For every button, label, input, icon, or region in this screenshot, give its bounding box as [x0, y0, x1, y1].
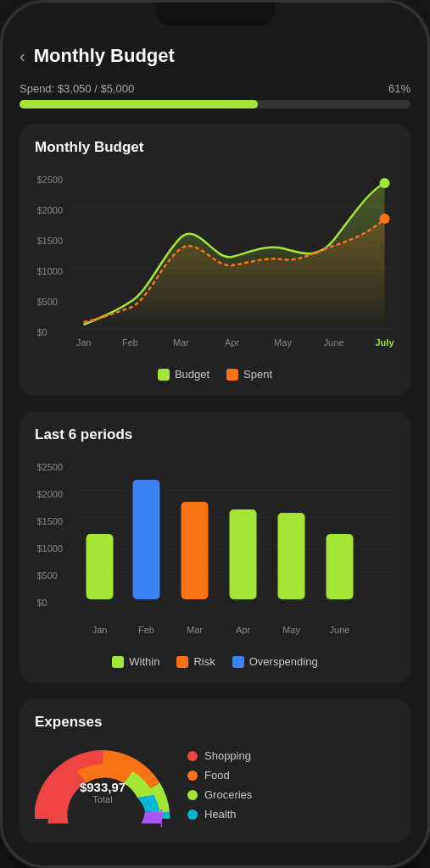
svg-text:June: June — [324, 337, 344, 348]
donut-label: $933,97 Total — [80, 780, 126, 804]
monthly-budget-card: Monthly Budget $2500 $2000 $1500 $1000 $… — [20, 124, 410, 396]
svg-text:Mar: Mar — [173, 337, 189, 348]
svg-text:$2000: $2000 — [37, 489, 64, 499]
bar-june — [327, 534, 354, 599]
bar-chart-container: $2500 $2000 $1500 $1000 $500 $0 — [35, 455, 395, 645]
legend-budget-label: Budget — [175, 368, 209, 381]
svg-text:$1000: $1000 — [37, 543, 64, 554]
budget-spend-row: Spend: $3,050 / $5,000 61% — [20, 82, 410, 95]
monthly-chart-legend: Budget Spent — [35, 368, 395, 381]
expense-dot-food — [187, 771, 198, 781]
svg-text:$0: $0 — [37, 598, 47, 608]
back-arrow-icon[interactable]: ‹ — [20, 47, 25, 66]
line-chart-svg: $2500 $2000 $1500 $1000 $500 $0 Jan Feb — [35, 168, 395, 354]
expenses-legend: Shopping Food Groceries Health — [187, 749, 252, 821]
side-button-mute — [0, 130, 2, 159]
svg-text:June: June — [330, 625, 350, 635]
legend-overspending-dot — [232, 656, 244, 668]
svg-text:$1500: $1500 — [37, 516, 64, 526]
svg-text:Apr: Apr — [236, 625, 250, 635]
last6-periods-card: Last 6 periods $2500 $2000 $1500 $1000 $… — [20, 411, 410, 683]
legend-risk-label: Risk — [193, 655, 215, 668]
legend-overspending-label: Overspending — [249, 655, 318, 668]
legend-risk: Risk — [176, 655, 215, 668]
monthly-chart-title: Monthly Budget — [35, 139, 395, 156]
expense-label-groceries: Groceries — [204, 788, 252, 801]
seg-other — [141, 811, 161, 823]
svg-text:$1500: $1500 — [37, 236, 64, 246]
legend-spent-dot — [226, 369, 238, 381]
svg-text:Feb: Feb — [138, 625, 154, 635]
percent-label: 61% — [388, 82, 410, 95]
legend-spent: Spent — [226, 368, 272, 381]
svg-text:July: July — [375, 337, 394, 348]
donut-amount: $933,97 — [80, 780, 126, 794]
side-button-vol-down — [0, 236, 2, 287]
svg-text:$500: $500 — [37, 297, 58, 307]
expense-item-shopping: Shopping — [187, 749, 252, 762]
bar-chart-svg: $2500 $2000 $1500 $1000 $500 $0 — [35, 455, 395, 642]
expenses-title: Expenses — [35, 714, 395, 731]
expenses-card: Expenses — [20, 698, 410, 843]
legend-risk-dot — [176, 656, 188, 668]
svg-text:$0: $0 — [37, 327, 47, 337]
svg-text:May: May — [282, 625, 300, 635]
expense-label-food: Food — [204, 769, 230, 782]
svg-text:Apr: Apr — [225, 337, 239, 348]
svg-text:$2000: $2000 — [37, 205, 64, 215]
svg-text:$1000: $1000 — [37, 266, 64, 276]
expense-item-health: Health — [187, 808, 252, 821]
bar-mar — [181, 502, 209, 599]
expense-item-food: Food — [187, 769, 252, 782]
screen: ‹ Monthly Budget Spend: $3,050 / $5,000 … — [3, 3, 427, 865]
donut-total-label: Total — [80, 794, 126, 804]
spend-label: Spend: $3,050 / $5,000 — [20, 82, 134, 95]
svg-text:Jan: Jan — [76, 337, 92, 348]
bar-feb — [133, 480, 160, 599]
svg-text:Mar: Mar — [187, 625, 203, 635]
budget-end-dot — [380, 178, 390, 188]
last6-chart-legend: Within Risk Overspending — [35, 655, 395, 668]
last6-chart-title: Last 6 periods — [35, 426, 395, 443]
legend-budget: Budget — [158, 368, 209, 381]
svg-text:Feb: Feb — [122, 337, 138, 348]
svg-text:$2500: $2500 — [37, 462, 64, 472]
expense-label-health: Health — [204, 808, 237, 821]
expense-item-groceries: Groceries — [187, 788, 252, 801]
legend-spent-label: Spent — [243, 368, 272, 381]
notch — [156, 3, 275, 26]
donut-chart-container: $933,97 Total — [35, 743, 170, 827]
page-title: Monthly Budget — [34, 45, 175, 67]
spent-end-dot — [380, 214, 390, 224]
progress-bar-fill — [20, 100, 258, 108]
legend-within: Within — [112, 655, 159, 668]
svg-text:$500: $500 — [37, 570, 58, 581]
bar-jan — [87, 534, 114, 599]
phone-frame: ‹ Monthly Budget Spend: $3,050 / $5,000 … — [0, 0, 430, 868]
header: ‹ Monthly Budget — [20, 36, 410, 67]
bar-apr — [230, 509, 257, 599]
side-button-vol-up — [0, 172, 2, 223]
line-chart-area: $2500 $2000 $1500 $1000 $500 $0 Jan Feb — [35, 168, 395, 358]
legend-budget-dot — [158, 369, 170, 381]
legend-within-label: Within — [129, 655, 159, 668]
legend-within-dot — [112, 656, 124, 668]
svg-text:May: May — [274, 337, 292, 348]
expense-dot-groceries — [187, 790, 198, 800]
expense-dot-shopping — [187, 751, 198, 761]
expense-label-shopping: Shopping — [204, 749, 251, 762]
svg-text:Jan: Jan — [92, 625, 108, 635]
expense-dot-health — [187, 810, 198, 820]
legend-overspending: Overspending — [232, 655, 318, 668]
bar-may — [278, 513, 305, 599]
expenses-row: $933,97 Total Shopping Food — [35, 743, 395, 827]
progress-bar-background — [20, 100, 410, 108]
svg-text:$2500: $2500 — [37, 175, 64, 185]
budget-progress-section: Spend: $3,050 / $5,000 61% — [20, 82, 410, 108]
